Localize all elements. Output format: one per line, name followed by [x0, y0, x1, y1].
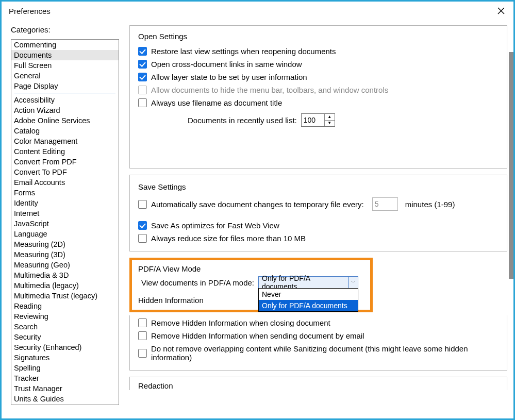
category-item[interactable]: General — [11, 71, 119, 81]
category-item[interactable]: Color Management — [11, 136, 119, 146]
category-item[interactable]: Security — [11, 332, 119, 342]
reduce-size-label: Always reduce size for files more than 1… — [151, 234, 306, 243]
pdfa-label: View documents in PDF/A mode: — [141, 278, 254, 287]
always-filename-title-row: Always use filename as document title — [138, 98, 499, 107]
spinner-up-icon[interactable] — [325, 114, 335, 121]
category-item[interactable]: Page Display — [11, 81, 119, 91]
category-item[interactable]: Units & Guides — [11, 394, 119, 404]
remove-on-email-checkbox[interactable] — [138, 331, 147, 340]
categories-list[interactable]: CommentingDocumentsFull ScreenGeneralPag… — [11, 39, 119, 405]
allow-hide-menubar-checkbox — [138, 86, 147, 94]
category-item[interactable]: Multimedia (legacy) — [11, 280, 119, 291]
category-item[interactable]: Tracker — [11, 373, 119, 383]
category-item[interactable]: Content Editing — [11, 146, 119, 157]
category-item[interactable]: Multimedia Trust (legacy) — [11, 291, 119, 301]
save-settings-title: Save Settings — [138, 182, 499, 191]
open-settings-panel: Open Settings Restore last view settings… — [129, 25, 507, 169]
pdfa-combo[interactable]: Only for PDF/A documents ﹀ — [258, 276, 358, 289]
fast-web-view-checkbox[interactable] — [138, 221, 147, 230]
allow-hide-menubar-row: Allow documents to hide the menu bar, to… — [138, 86, 499, 94]
allow-layer-state-label: Allow layer state to be set by user info… — [151, 73, 307, 81]
category-item[interactable]: Language — [11, 229, 119, 239]
category-item[interactable]: Commenting — [11, 40, 119, 50]
remove-on-close-label: Remove Hidden Information when closing d… — [151, 318, 330, 327]
pdfa-combo-wrap: Only for PDF/A documents ﹀ NeverOnly for… — [258, 276, 358, 289]
close-icon — [497, 7, 505, 14]
restore-last-view-row: Restore last view settings when reopenin… — [138, 47, 499, 56]
hidden-info-panel: Remove Hidden Information when closing d… — [129, 315, 507, 371]
main-scroll: Open Settings Restore last view settings… — [129, 25, 507, 418]
remove-on-email-label: Remove Hidden Information when sending d… — [151, 331, 364, 340]
cross-doc-links-checkbox[interactable] — [138, 60, 147, 69]
auto-save-label: Automatically save document changes to t… — [151, 200, 364, 209]
category-item[interactable]: Measuring (3D) — [11, 249, 119, 260]
remove-on-close-checkbox[interactable] — [138, 318, 147, 327]
always-filename-title-label: Always use filename as document title — [151, 98, 282, 107]
recent-docs-input[interactable] — [302, 114, 324, 126]
chevron-down-icon: ﹀ — [348, 277, 358, 288]
allow-layer-state-row: Allow layer state to be set by user info… — [138, 73, 499, 81]
auto-save-checkbox[interactable] — [138, 200, 147, 209]
no-remove-overlap-checkbox[interactable] — [138, 349, 147, 358]
category-item[interactable]: Documents — [11, 50, 119, 60]
category-item[interactable]: Signatures — [11, 352, 119, 363]
open-settings-title: Open Settings — [138, 32, 499, 41]
category-item[interactable]: Forms — [11, 188, 119, 198]
category-item[interactable]: Full Screen — [11, 60, 119, 71]
category-item[interactable]: Spelling — [11, 363, 119, 373]
category-item[interactable]: Internet — [11, 208, 119, 219]
close-button[interactable] — [496, 6, 506, 16]
category-item[interactable]: Measuring (Geo) — [11, 260, 119, 270]
content-scrollbar[interactable] — [509, 52, 513, 418]
category-item[interactable]: Trust Manager — [11, 383, 119, 394]
category-item[interactable]: Search — [11, 322, 119, 332]
allow-layer-state-checkbox[interactable] — [138, 73, 147, 81]
redaction-title: Redaction — [138, 381, 499, 390]
category-item[interactable]: Adobe Online Services — [11, 115, 119, 126]
category-item[interactable]: Multimedia & 3D — [11, 270, 119, 280]
restore-last-view-checkbox[interactable] — [138, 47, 147, 56]
category-item[interactable]: Security (Enhanced) — [11, 342, 119, 352]
category-item[interactable]: Reading — [11, 301, 119, 311]
category-item[interactable]: Catalog — [11, 126, 119, 136]
category-item[interactable]: Convert To PDF — [11, 167, 119, 177]
always-filename-title-checkbox[interactable] — [138, 98, 147, 107]
reduce-size-row: Always reduce size for files more than 1… — [138, 234, 499, 243]
remove-on-close-row: Remove Hidden Information when closing d… — [138, 318, 499, 327]
cross-doc-links-label: Open cross-document links in same window — [151, 60, 302, 69]
cross-doc-links-row: Open cross-document links in same window — [138, 60, 499, 69]
category-item[interactable]: Email Accounts — [11, 177, 119, 188]
no-remove-overlap-label: Do not remove overlapping content while … — [151, 344, 499, 362]
category-item[interactable]: Action Wizard — [11, 105, 119, 115]
save-settings-panel: Save Settings Automatically save documen… — [129, 175, 507, 251]
recent-docs-label: Documents in recently used list: — [188, 116, 297, 125]
pdfa-option[interactable]: Never — [259, 289, 358, 300]
spinner-down-icon[interactable] — [325, 121, 335, 127]
category-item[interactable]: Convert From PDF — [11, 157, 119, 167]
pdfa-dropdown[interactable]: NeverOnly for PDF/A documents — [258, 288, 358, 312]
categories-label: Categories: — [11, 25, 119, 34]
scrollbar-thumb[interactable] — [509, 52, 513, 279]
main-column: Open Settings Restore last view settings… — [119, 25, 513, 418]
body: Categories: CommentingDocumentsFull Scre… — [2, 20, 513, 418]
no-remove-overlap-row: Do not remove overlapping content while … — [138, 344, 499, 362]
fast-web-view-label: Save As optimizes for Fast Web View — [151, 221, 279, 230]
pdfa-option[interactable]: Only for PDF/A documents — [259, 300, 358, 311]
reduce-size-checkbox[interactable] — [138, 234, 147, 243]
category-item[interactable]: Measuring (2D) — [11, 239, 119, 249]
category-item[interactable]: Identity — [11, 198, 119, 208]
auto-save-input — [373, 198, 396, 210]
fast-web-view-row: Save As optimizes for Fast Web View — [138, 221, 499, 230]
restore-last-view-label: Restore last view settings when reopenin… — [151, 47, 336, 56]
recent-docs-spinner — [324, 114, 335, 126]
auto-save-minutes-label: minutes (1-99) — [405, 200, 455, 209]
category-item[interactable]: Accessibility — [11, 95, 119, 105]
auto-save-input-wrap — [372, 197, 398, 211]
category-item[interactable]: Reviewing — [11, 311, 119, 322]
category-item[interactable]: JavaScript — [11, 219, 119, 229]
titlebar: Preferences — [2, 2, 513, 20]
auto-save-row: Automatically save document changes to t… — [138, 197, 499, 211]
pdfa-title: PDF/A View Mode — [138, 264, 364, 273]
redaction-panel: Redaction — [129, 377, 507, 390]
categories-column: Categories: CommentingDocumentsFull Scre… — [11, 25, 119, 418]
